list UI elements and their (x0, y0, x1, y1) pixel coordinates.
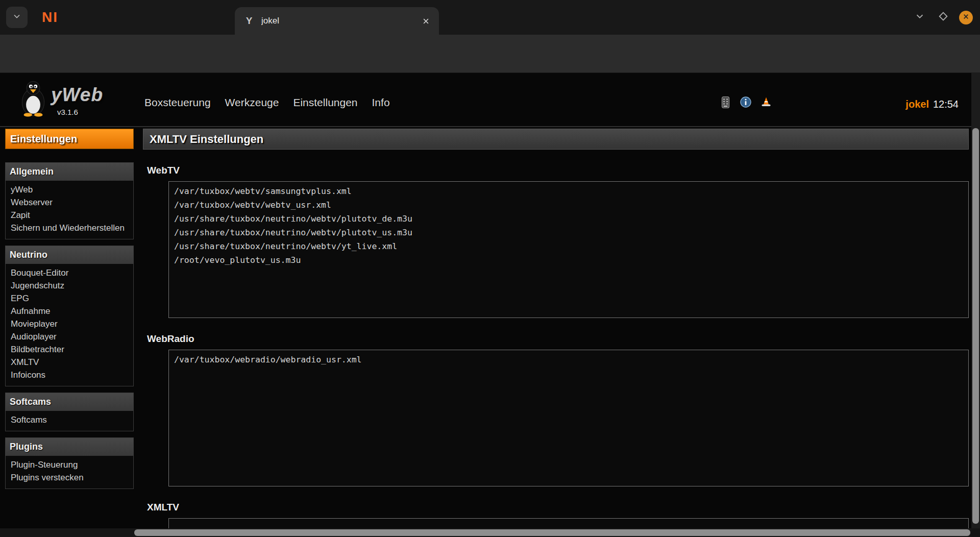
sidebar-item-plugin-steuerung[interactable]: Plugin-Steuerung (11, 458, 129, 471)
sidebar-item-movieplayer[interactable]: Movieplayer (11, 318, 129, 330)
tab-favicon-icon: Y (243, 15, 255, 27)
sidebar-item-yweb[interactable]: yWeb (11, 183, 129, 196)
page-title: XMLTV Einstellungen (143, 129, 969, 150)
remote-control-icon[interactable] (719, 95, 732, 109)
chevron-down-icon (914, 11, 925, 24)
tux-penguin-logo (17, 80, 49, 119)
main-menu: Boxsteuerung Werkzeuge Einstellungen Inf… (144, 96, 390, 109)
window-shade-button[interactable] (912, 10, 927, 25)
sidebar-item-sichern-und-wiederherstellen[interactable]: Sichern und Wiederherstellen (11, 222, 129, 234)
sidebar-section-header: Neutrino (6, 246, 133, 264)
sidebar-item-aufnahme[interactable]: Aufnahme (11, 305, 129, 318)
chevron-down-icon (12, 11, 22, 23)
xmltv-label: XMLTV (147, 502, 969, 514)
diamond-maximize-icon (938, 11, 949, 24)
browser-logo[interactable]: NI (42, 9, 58, 26)
sidebar-section-header: Softcams (6, 393, 133, 411)
horizontal-scrollbar-thumb[interactable] (134, 529, 970, 536)
menu-item-werkzeuge[interactable]: Werkzeuge (225, 96, 279, 109)
tab-close-button[interactable] (419, 14, 433, 28)
app-version: v3.1.6 (57, 108, 78, 116)
webtv-label: WebTV (147, 165, 969, 177)
menu-item-info[interactable]: Info (372, 96, 390, 109)
sidebar-section-allgemein: Allgemein yWeb Webserver Zapit Sichern u… (5, 162, 134, 239)
sidebar-section-plugins: Plugins Plugin-Steuerung Plugins verstec… (5, 437, 134, 489)
browser-tab[interactable]: Y jokel (235, 7, 439, 35)
sidebar-section-header: Allgemein (6, 163, 133, 181)
logged-in-user: jokel (905, 99, 929, 110)
sidebar-section-softcams: Softcams Softcams (5, 393, 134, 431)
menu-item-einstellungen[interactable]: Einstellungen (293, 96, 357, 109)
info-icon[interactable] (739, 95, 752, 109)
settings-sidebar: Einstellungen Allgemein yWeb Webserver Z… (5, 129, 134, 495)
yweb-page: yWeb v3.1.6 Boxsteuerung Werkzeuge Einst… (0, 73, 980, 537)
tab-search-menu-button[interactable] (6, 7, 28, 28)
page-header: yWeb v3.1.6 Boxsteuerung Werkzeuge Einst… (0, 73, 980, 126)
menu-item-boxsteuerung[interactable]: Boxsteuerung (144, 96, 211, 109)
window-controls (912, 0, 980, 35)
user-time-display: jokel12:54 (905, 99, 959, 110)
window-close-button[interactable] (959, 11, 973, 25)
clock: 12:54 (933, 99, 959, 110)
sidebar-section-header: Plugins (6, 438, 133, 456)
tab-title: jokel (261, 16, 419, 26)
scrollbar-corner (971, 528, 980, 537)
vlc-cone-icon[interactable] (760, 95, 773, 109)
sidebar-item-webserver[interactable]: Webserver (11, 196, 129, 209)
sidebar-item-zapit[interactable]: Zapit (11, 209, 129, 222)
main-content: XMLTV Einstellungen WebTV /var/tuxbox/we… (143, 129, 969, 537)
sidebar-item-plugins-verstecken[interactable]: Plugins verstecken (11, 471, 129, 484)
header-quick-icons (719, 95, 773, 109)
header-divider (0, 126, 971, 127)
vertical-scrollbar[interactable] (971, 73, 980, 537)
webradio-label: WebRadio (147, 333, 969, 346)
sidebar-section-neutrino: Neutrino Bouquet-Editor Jugendschutz EPG… (5, 246, 134, 386)
sidebar-item-jugendschutz[interactable]: Jugendschutz (11, 279, 129, 292)
browser-toolbar: Nicht sicher http://192.168.10.148 (0, 35, 980, 73)
close-icon (963, 13, 969, 22)
window-maximize-button[interactable] (936, 10, 951, 25)
sidebar-title: Einstellungen (5, 129, 134, 149)
horizontal-scrollbar[interactable] (0, 528, 971, 537)
sidebar-item-epg[interactable]: EPG (11, 292, 129, 305)
app-wordmark: yWeb (51, 84, 103, 106)
sidebar-item-infoicons[interactable]: Infoicons (11, 369, 129, 381)
sidebar-item-softcams[interactable]: Softcams (11, 413, 129, 426)
sidebar-item-audioplayer[interactable]: Audioplayer (11, 330, 129, 343)
webradio-textarea[interactable]: /var/tuxbox/webradio/webradio_usr.xml (168, 350, 969, 486)
vertical-scrollbar-thumb[interactable] (972, 128, 979, 524)
sidebar-item-bouquet-editor[interactable]: Bouquet-Editor (11, 266, 129, 279)
sidebar-item-xmltv[interactable]: XMLTV (11, 356, 129, 369)
browser-tab-bar: NI Y jokel (0, 0, 980, 35)
webtv-textarea[interactable]: /var/tuxbox/webtv/samsungtvplus.xml /var… (168, 181, 969, 318)
sidebar-item-bildbetrachter[interactable]: Bildbetrachter (11, 343, 129, 356)
